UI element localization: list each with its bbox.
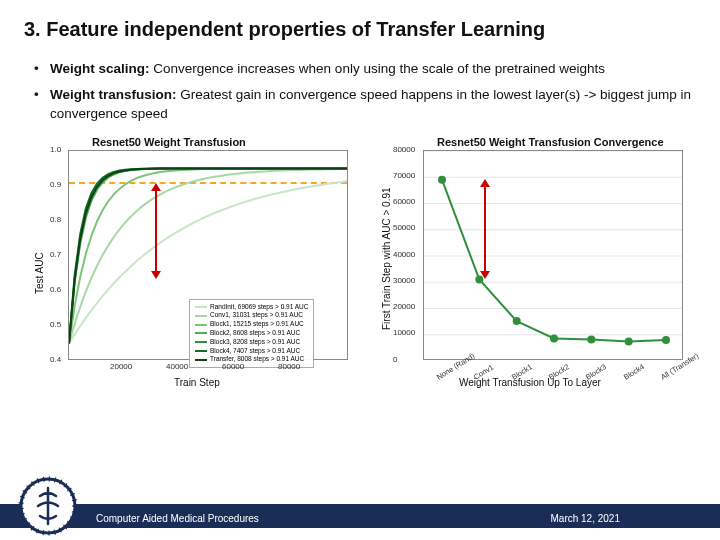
y-tick: 20000 [393,302,415,311]
annotation-arrow-icon [149,183,163,279]
svg-marker-1 [151,183,161,191]
chart-title: Resnet50 Weight Transfusion [92,136,246,148]
svg-point-12 [438,175,446,183]
y-tick: 40000 [393,250,415,259]
y-axis-label: Test AUC [34,252,45,294]
svg-point-15 [550,334,558,342]
y-tick: 0.4 [50,355,61,364]
y-axis-label: First Train Step with AUC > 0.91 [381,187,392,330]
bullet-item: • Weight transfusion: Greatest gain in c… [34,85,696,124]
legend-item: Conv1, 31031 steps > 0.91 AUC [195,311,308,320]
chart-transfusion-auc: Resnet50 Weight Transfusion Test AUC Tra… [24,134,361,404]
y-tick: 30000 [393,276,415,285]
y-tick: 10000 [393,328,415,337]
y-tick: 80000 [393,145,415,154]
x-tick: Block4 [622,362,646,382]
svg-point-17 [625,337,633,345]
footer-text-left: Computer Aided Medical Procedures [96,513,259,524]
bullet-label: Weight scaling: [50,61,150,76]
footer: Computer Aided Medical Procedures March … [0,490,720,540]
y-tick: 0.9 [50,180,61,189]
svg-point-16 [587,335,595,343]
chart-convergence-steps: Resnet50 Weight Transfusion Convergence … [369,134,696,404]
y-tick: 60000 [393,197,415,206]
svg-marker-20 [480,179,490,187]
x-tick: 60000 [222,362,244,371]
x-tick: 80000 [278,362,300,371]
legend-item: RandInit, 69069 steps > 0.91 AUC [195,303,308,312]
x-axis-label: Train Step [174,377,220,388]
bullet-body: Convergence increases when only using th… [150,61,606,76]
legend: RandInit, 69069 steps > 0.91 AUCConv1, 3… [189,299,314,368]
x-tick: 20000 [110,362,132,371]
x-tick: 40000 [166,362,188,371]
annotation-arrow-icon [478,179,492,279]
y-tick: 70000 [393,171,415,180]
y-tick: 0 [393,355,397,364]
y-tick: 0.6 [50,285,61,294]
chart-title: Resnet50 Weight Transfusion Convergence [437,136,664,148]
camp-logo-icon [18,476,78,536]
bullet-list: • Weight scaling: Convergence increases … [34,59,696,124]
svg-point-14 [513,317,521,325]
y-tick: 0.8 [50,215,61,224]
y-tick: 0.5 [50,320,61,329]
slide-title: 3. Feature independent properties of Tra… [24,18,696,41]
y-tick: 0.7 [50,250,61,259]
legend-item: Block4, 7407 steps > 0.91 AUC [195,347,308,356]
footer-text-right: March 12, 2021 [551,513,621,524]
bullet-item: • Weight scaling: Convergence increases … [34,59,696,79]
svg-marker-2 [151,271,161,279]
legend-item: Block3, 8208 steps > 0.91 AUC [195,338,308,347]
y-tick: 50000 [393,223,415,232]
svg-marker-21 [480,271,490,279]
y-tick: 1.0 [50,145,61,154]
legend-item: Block2, 8608 steps > 0.91 AUC [195,329,308,338]
svg-point-18 [662,336,670,344]
legend-item: Block1, 15215 steps > 0.91 AUC [195,320,308,329]
bullet-label: Weight transfusion: [50,87,177,102]
